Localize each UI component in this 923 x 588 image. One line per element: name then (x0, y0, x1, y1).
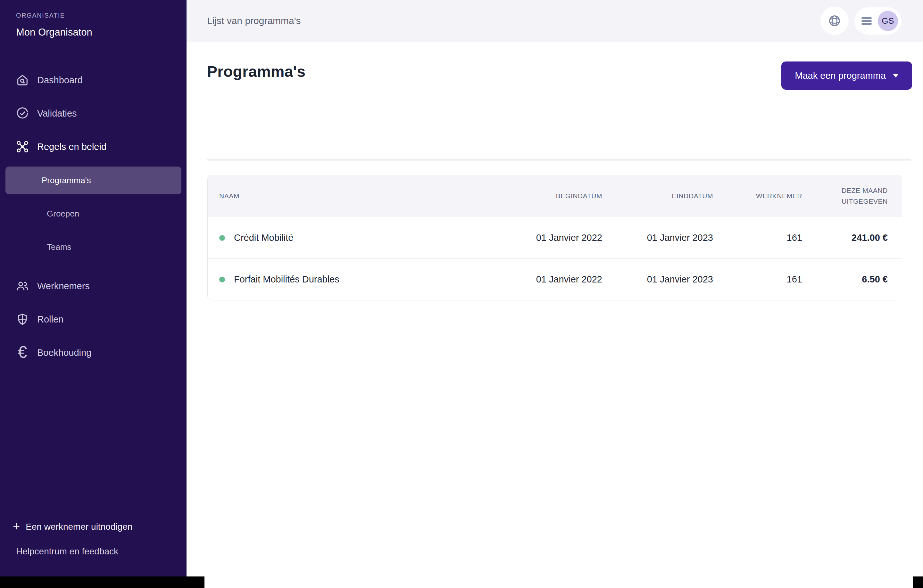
plus-icon: + (13, 520, 20, 532)
column-header-begindatum: BEGINDATUM (480, 190, 602, 201)
sidebar-subitem-label: Groepen (47, 209, 79, 219)
sidebar-item-regels-en-beleid[interactable]: Regels en beleid (0, 130, 187, 163)
column-header-uitgegeven: DEZE MAAND UITGEGEVEN (802, 185, 902, 206)
bottom-black-bar-left (0, 577, 204, 588)
column-header-naam: NAAM (208, 190, 480, 201)
sidebar: ORGANISATIE Mon Organisaton Dashboard (0, 0, 187, 577)
globe-icon (828, 14, 842, 28)
sidebar-subitem-label: Programma's (42, 175, 91, 185)
table-row[interactable]: Crédit Mobilité 01 Janvier 2022 01 Janvi… (208, 217, 902, 259)
avatar: GS (878, 11, 898, 31)
language-button[interactable] (820, 7, 849, 35)
werknemer-cell: 161 (713, 274, 802, 285)
program-name: Crédit Mobilité (234, 233, 293, 243)
programs-table: NAAM BEGINDATUM EINDDATUM WERKNEMER DEZE… (207, 175, 902, 300)
program-name-cell: Forfait Mobilités Durables (208, 274, 480, 285)
organization-name: Mon Organisaton (16, 26, 92, 38)
sidebar-subitem-label: Teams (47, 242, 71, 252)
sidebar-item-rollen[interactable]: Rollen (0, 303, 187, 336)
sidebar-item-label: Rollen (37, 314, 64, 325)
invite-employee-button[interactable]: + Een werknemer uitnodigen (13, 521, 132, 533)
help-center-link[interactable]: Helpcentrum en feedback (16, 546, 118, 557)
begindatum-cell: 01 Janvier 2022 (480, 233, 602, 243)
column-header-werknemer: WERKNEMER (713, 190, 802, 201)
sidebar-item-label: Boekhouding (37, 347, 91, 358)
main-content: Programma's Maak een programma NAAM BEGI… (187, 42, 923, 588)
chevron-down-icon (893, 74, 898, 77)
menu-icon (861, 17, 872, 25)
invite-employee-label: Een werknemer uitnodigen (26, 522, 132, 532)
home-icon (15, 73, 30, 87)
create-program-button[interactable]: Maak een programma (781, 62, 912, 90)
organization-block: ORGANISATIE Mon Organisaton (16, 12, 92, 38)
sidebar-item-werknemers[interactable]: Werknemers (0, 269, 187, 303)
sidebar-item-teams[interactable]: Teams (0, 230, 187, 264)
avatar-initials: GS (882, 16, 894, 26)
network-icon (15, 139, 30, 154)
sidebar-item-label: Dashboard (37, 75, 83, 85)
werknemer-cell: 161 (713, 233, 802, 243)
program-name-cell: Crédit Mobilité (208, 233, 480, 243)
sidebar-item-dashboard[interactable]: Dashboard (0, 64, 187, 97)
table-row[interactable]: Forfait Mobilités Durables 01 Janvier 20… (208, 259, 902, 300)
bottom-black-bar-right (913, 577, 923, 588)
uitgegeven-cell: 6.50 € (802, 274, 902, 285)
user-menu-button[interactable]: GS (854, 7, 902, 34)
people-icon (15, 278, 30, 293)
program-name: Forfait Mobilités Durables (234, 274, 339, 285)
sidebar-item-label: Werknemers (37, 281, 90, 292)
sidebar-item-validaties[interactable]: Validaties (0, 97, 187, 130)
column-header-einddatum: EINDDATUM (602, 190, 713, 201)
topbar: Lijst van programma's GS (187, 0, 923, 42)
organization-label: ORGANISATIE (16, 12, 92, 18)
einddatum-cell: 01 Janvier 2023 (602, 233, 713, 243)
sidebar-item-label: Validaties (37, 108, 77, 119)
section-divider (207, 159, 911, 161)
page-title: Programma's (207, 63, 305, 80)
shield-icon (15, 312, 30, 327)
table-header-row: NAAM BEGINDATUM EINDDATUM WERKNEMER DEZE… (208, 175, 902, 217)
topbar-title: Lijst van programma's (207, 15, 301, 26)
check-circle-icon (15, 106, 30, 121)
help-center-label: Helpcentrum en feedback (16, 546, 118, 556)
sidebar-nav: Dashboard Validaties (0, 64, 187, 369)
sidebar-item-groepen[interactable]: Groepen (0, 197, 187, 230)
app-root: ORGANISATIE Mon Organisaton Dashboard (0, 0, 923, 588)
sidebar-item-boekhouding[interactable]: € Boekhouding (0, 336, 187, 369)
sidebar-item-programmas[interactable]: Programma's (5, 167, 181, 194)
status-dot-icon (219, 235, 225, 241)
sidebar-item-label: Regels en beleid (37, 142, 107, 152)
status-dot-icon (219, 277, 225, 282)
euro-icon: € (15, 345, 30, 360)
einddatum-cell: 01 Janvier 2023 (602, 274, 713, 285)
begindatum-cell: 01 Janvier 2022 (480, 274, 602, 285)
uitgegeven-cell: 241.00 € (802, 233, 902, 243)
create-program-label: Maak een programma (795, 70, 886, 81)
